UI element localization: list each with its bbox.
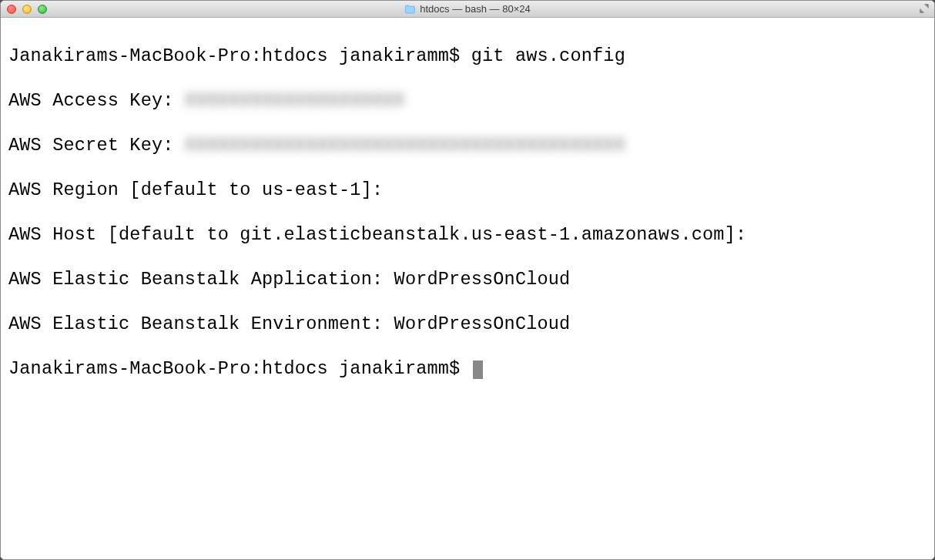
window-title-text: htdocs — bash — 80×24: [420, 3, 530, 15]
zoom-icon[interactable]: [38, 5, 47, 14]
terminal-line: AWS Region [default to us-east-1]:: [8, 179, 927, 201]
command-text: git aws.config: [471, 45, 625, 66]
terminal-line: AWS Secret Key: XXXXXXXXXXXXXXXXXXXXXXXX…: [8, 134, 927, 156]
window-title: htdocs — bash — 80×24: [404, 3, 530, 15]
prompt-text: Janakirams-MacBook-Pro:htdocs janakiramm…: [8, 358, 471, 379]
output-label: AWS Secret Key:: [8, 135, 185, 156]
output-label: AWS Access Key:: [8, 90, 185, 111]
cursor-icon: [473, 360, 483, 379]
titlebar[interactable]: htdocs — bash — 80×24: [1, 1, 934, 18]
terminal-line: Janakirams-MacBook-Pro:htdocs janakiramm…: [8, 357, 927, 380]
folder-icon: [404, 5, 415, 14]
terminal-line: AWS Elastic Beanstalk Application: WordP…: [8, 268, 927, 290]
expand-icon[interactable]: [919, 3, 930, 14]
traffic-lights: [1, 5, 47, 14]
terminal-line: Janakirams-MacBook-Pro:htdocs janakiramm…: [8, 45, 927, 67]
terminal-window: htdocs — bash — 80×24 Janakirams-MacBook…: [0, 0, 935, 560]
minimize-icon[interactable]: [22, 5, 32, 14]
terminal-line: AWS Host [default to git.elasticbeanstal…: [8, 223, 927, 246]
terminal-line: AWS Elastic Beanstalk Environment: WordP…: [8, 313, 927, 335]
redacted-value: XXXXXXXXXXXXXXXXXXXXXXXXXXXXXXXXXXXXXXXX: [185, 135, 625, 156]
terminal-body[interactable]: Janakirams-MacBook-Pro:htdocs janakiramm…: [1, 18, 934, 559]
redacted-value: XXXXXXXXXXXXXXXXXXXX: [185, 90, 405, 111]
terminal-line: AWS Access Key: XXXXXXXXXXXXXXXXXXXX: [8, 89, 927, 112]
close-icon[interactable]: [7, 5, 16, 14]
prompt-text: Janakirams-MacBook-Pro:htdocs janakiramm…: [8, 45, 471, 66]
